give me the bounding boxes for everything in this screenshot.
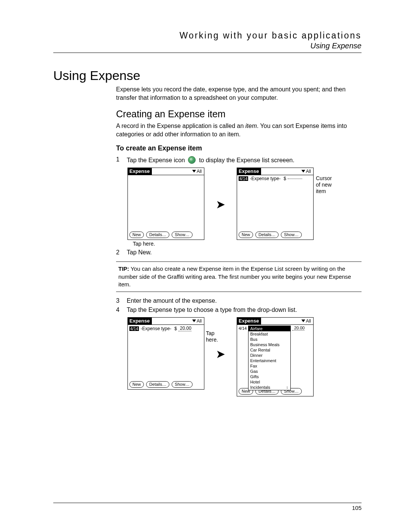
palm-screen-dropdown: Expense All 4/14 AirfareBreakfastBusBusi… [237,317,314,396]
amount-field [288,179,302,179]
step-3: 3 Enter the amount of the expense. [116,297,362,304]
step-number: 4 [116,307,127,313]
text: Tap the Expense icon [127,157,186,163]
step-4: 4 Tap the Expense type to choose a type … [116,307,362,313]
dropdown-option: Incidentals [249,385,290,390]
step-list: 1 Tap the Expense icon to display the Ex… [116,156,362,164]
item-date: 4/14 [239,176,248,181]
dropdown-option: Car Rental [249,347,290,353]
dropdown-icon [301,320,305,322]
page-number: 105 [352,505,362,511]
app-title: Expense [237,318,261,324]
details-button: Details… [146,381,169,388]
step-text: Tap the Expense icon to display the Expe… [127,156,362,164]
step-number: 2 [116,249,127,256]
palm-screen-amount: Expense All 4/14 -Expense type- $ 20.00 … [127,317,204,390]
category-filter: All [192,318,204,324]
tip-text: You can also create a new Expense item i… [118,265,351,288]
dropdown-option: Gas [249,369,290,374]
arrow-icon: ➤ [216,198,225,211]
dropdown-option: Dinner [249,353,290,358]
dropdown-icon [301,170,305,173]
step-number: 1 [116,156,127,164]
dropdown-option: Breakfast [249,331,290,337]
dropdown-option: Fax [249,363,290,369]
step-text: Enter the amount of the expense. [127,297,362,304]
heading-1: Using Expense [53,68,362,83]
arrow-icon: ➤ [216,347,225,361]
item-date: 4/14 [239,326,247,331]
item-date: 4/14 [129,326,139,331]
text: to display the Expense list screeen. [197,157,294,163]
currency: $ [174,326,177,331]
new-button: New [129,381,144,388]
details-button: Details… [255,232,279,238]
expense-type-dropdown: AirfareBreakfastBusBusiness MealsCar Ren… [248,326,291,390]
text: A record in the Expense application is c… [116,123,245,129]
paragraph-creating: A record in the Expense application is c… [116,122,362,138]
intro-paragraph: Expense lets you record the date, expens… [116,85,362,102]
details-button: Details… [146,232,169,238]
show-button: Show… [172,232,193,238]
figure-left: Expense All New Details… Show… Tap here. [127,168,204,247]
heading-2: Creating an Expense item [116,109,362,120]
figure-left: Expense All 4/14 -Expense type- $ 20.00 … [127,317,204,396]
app-title: Expense [237,168,261,175]
app-title: Expense [128,168,152,175]
dropdown-option: Entertainment [249,358,290,363]
manual-page: Working with your basic applications Usi… [0,0,411,532]
dropdown-option: Business Meals [249,342,290,347]
new-button: New [239,232,253,238]
page-footer: 105 [53,503,362,511]
heading-3: To create an Expense item [116,144,362,152]
header-chapter: Working with your basic applications [53,30,362,41]
show-button: Show… [172,381,193,388]
figure-row-2: Expense All 4/14 -Expense type- $ 20.00 … [127,317,362,396]
dropdown-option: Gifts [249,374,290,379]
step-text: Tap the Expense type to choose a type fr… [127,307,362,313]
step-list: 3 Enter the amount of the expense. 4 Tap… [116,297,362,313]
amount-value: 20.00 [292,326,304,331]
dropdown-option: Hotel [249,379,290,385]
tip-box: TIP: You can also create a new Expense i… [116,261,362,292]
currency: $ [284,176,286,181]
tip-label: TIP: [118,265,129,272]
italic-item: item [245,123,257,129]
step-list: 2 Tap New. [116,249,362,256]
step-1: 1 Tap the Expense icon to display the Ex… [116,156,362,164]
figure-right: Expense All 4/14 AirfareBreakfastBusBusi… [237,317,314,396]
dropdown-icon [192,170,196,173]
palm-screen-empty: Expense All New Details… Show… [127,168,204,240]
scroll-down-icon: ↓ [285,384,290,390]
figure-right: Expense All 4/14 -Expense type- $ New De… [237,168,314,247]
expense-app-icon [188,156,196,164]
figure-row-1: Expense All New Details… Show… Tap here.… [127,168,362,247]
callout-cursor: Cursor of new item [316,175,332,194]
callout-tap-here: Tap here. [206,330,218,343]
dropdown-option: Bus [249,337,290,342]
header-section: Using Expense [53,42,362,50]
item-type: -Expense type- [140,326,171,331]
caption-tap-here: Tap here. [133,241,204,247]
dropdown-option: Airfare [249,326,290,331]
step-number: 3 [116,297,127,304]
category-filter: All [192,169,204,174]
step-text: Tap New. [127,249,362,256]
step-2: 2 Tap New. [116,249,362,256]
amount-value: 20.00 [178,326,191,331]
show-button: Show… [281,232,302,238]
new-button: New [129,232,144,238]
category-filter: All [301,318,313,324]
item-type: -Expense type- [250,176,280,181]
palm-screen-new-item: Expense All 4/14 -Expense type- $ New De… [237,168,314,240]
category-filter: All [301,169,313,174]
app-title: Expense [128,318,152,324]
dropdown-icon [192,320,196,322]
page-header: Working with your basic applications Usi… [53,30,362,53]
